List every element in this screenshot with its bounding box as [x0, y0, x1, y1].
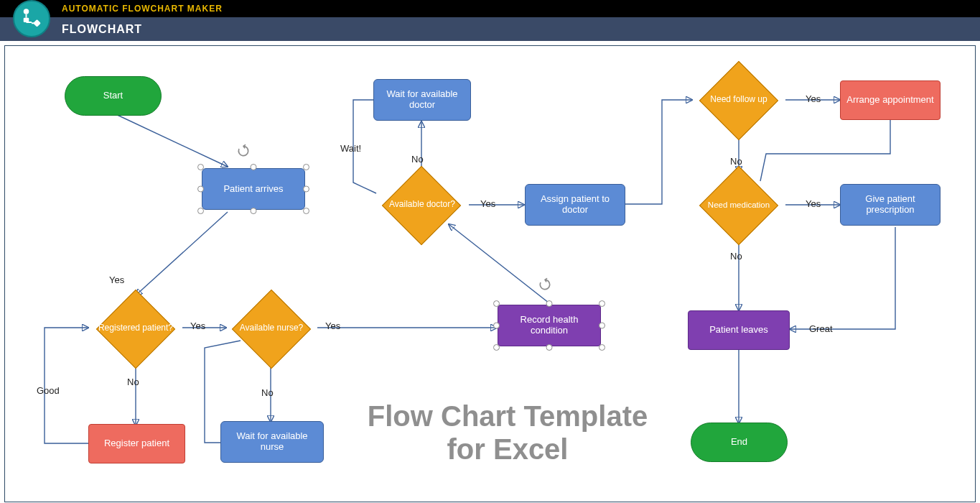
node-record-health[interactable]: Record health condition [498, 305, 601, 346]
node-wait-doctor[interactable]: Wait for available doctor [373, 79, 471, 121]
node-label: Start [103, 91, 123, 101]
edge-label: Wait! [340, 143, 361, 154]
app-logo [13, 0, 50, 37]
svg-rect-2 [33, 19, 41, 27]
node-label: Need medication [708, 200, 770, 210]
node-label: Registered patient? [98, 323, 173, 333]
node-assign-doctor[interactable]: Assign patient to doctor [525, 184, 625, 226]
node-end[interactable]: End [691, 423, 788, 462]
edge-label: No [261, 387, 274, 398]
canvas[interactable]: Start Patient arrives Registered patient… [4, 45, 976, 502]
node-need-medication[interactable]: Need medication [692, 172, 785, 237]
node-give-prescription[interactable]: Give patient prescription [840, 184, 941, 226]
edge-label: Yes [806, 93, 821, 104]
node-registered-patient[interactable]: Registered patient? [89, 296, 182, 361]
node-label: Assign patient to doctor [528, 194, 622, 216]
section-title: FLOWCHART [62, 23, 142, 36]
node-label: End [731, 437, 747, 448]
edge-label: No [127, 377, 139, 387]
node-start[interactable]: Start [65, 76, 162, 116]
node-label: Available doctor? [389, 200, 455, 209]
watermark-line: Flow Chart Template [357, 400, 658, 433]
edge-label: No [411, 154, 424, 165]
node-label: Arrange appointment [846, 95, 933, 106]
node-label: Register patient [104, 438, 169, 449]
edge-label: Yes [480, 198, 495, 209]
edge-label: Good [37, 385, 60, 396]
flowchart-icon [21, 8, 42, 29]
edge-label: Yes [325, 320, 340, 331]
app-title: AUTOMATIC FLOWCHART MAKER [62, 4, 223, 14]
edge-label: No [730, 156, 742, 167]
node-patient-leaves[interactable]: Patient leaves [688, 310, 790, 350]
edge-label: No [730, 251, 742, 262]
node-label: Patient arrives [223, 184, 283, 195]
rotate-handle-icon[interactable] [236, 144, 251, 158]
node-label: Give patient prescription [844, 194, 937, 216]
app-title-bar: AUTOMATIC FLOWCHART MAKER [0, 0, 980, 17]
node-label: Need follow up [710, 95, 767, 104]
node-available-nurse[interactable]: Available nurse? [225, 296, 318, 361]
edge-label: Yes [806, 198, 821, 209]
node-available-doctor[interactable]: Available doctor? [375, 172, 470, 237]
svg-point-0 [24, 9, 29, 14]
watermark-text: Flow Chart Template for Excel [357, 400, 658, 466]
node-label: Wait for available nurse [224, 431, 320, 453]
node-patient-arrives[interactable]: Patient arrives [202, 168, 305, 210]
edge-label: Great [809, 323, 833, 334]
edge-label: Yes [190, 320, 205, 331]
node-register-patient[interactable]: Register patient [88, 424, 185, 463]
node-label: Available nurse? [240, 323, 304, 333]
node-need-followup[interactable]: Need follow up [692, 68, 785, 132]
rotate-handle-icon[interactable] [538, 277, 552, 292]
node-label: Wait for available doctor [377, 89, 467, 111]
node-wait-nurse[interactable]: Wait for available nurse [220, 421, 324, 463]
watermark-line: for Excel [357, 433, 658, 466]
node-label: Record health condition [501, 315, 597, 336]
node-arrange-appointment[interactable]: Arrange appointment [840, 80, 941, 120]
section-bar: FLOWCHART [0, 17, 980, 41]
node-label: Patient leaves [709, 325, 768, 336]
edge-label: Yes [109, 274, 124, 285]
